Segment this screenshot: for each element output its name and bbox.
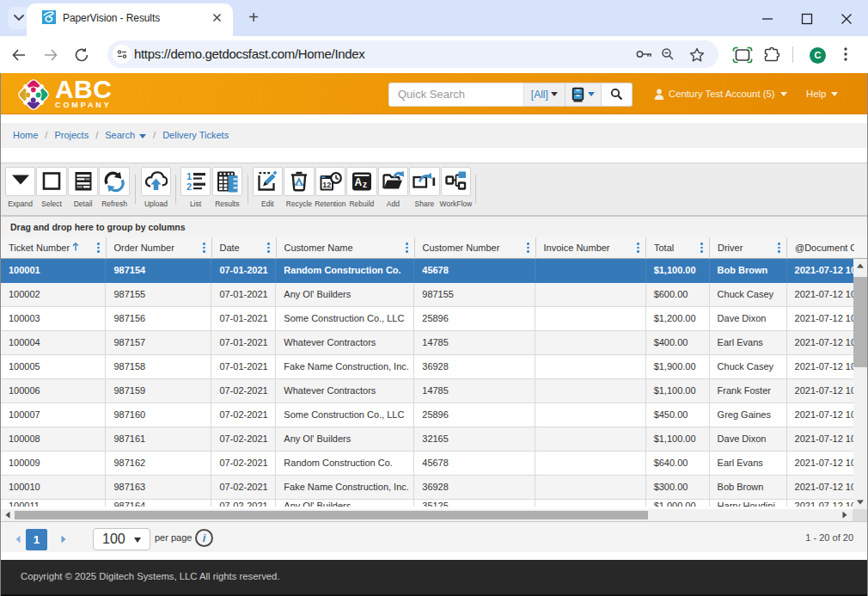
svg-text:1: 1 bbox=[186, 171, 192, 181]
svg-text:A: A bbox=[354, 175, 362, 187]
svg-text:2: 2 bbox=[186, 181, 192, 192]
svg-text:12: 12 bbox=[322, 180, 331, 188]
svg-text:z: z bbox=[363, 179, 367, 188]
